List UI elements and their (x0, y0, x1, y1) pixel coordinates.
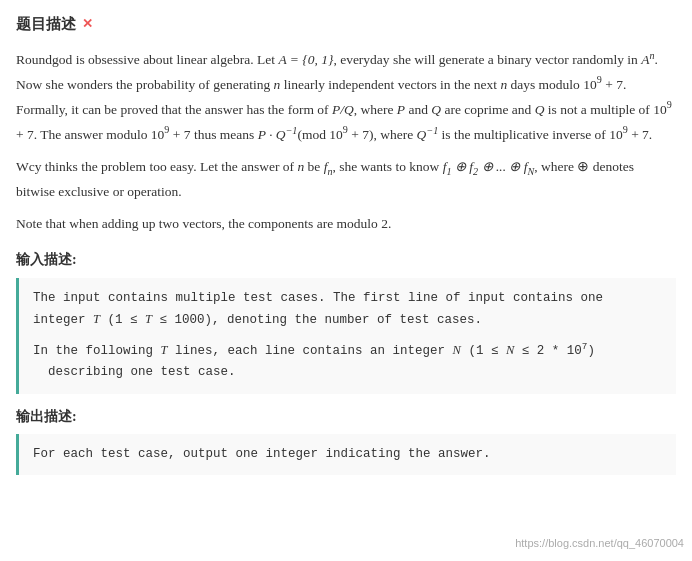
problem-p3: Note that when adding up two vectors, th… (16, 212, 676, 236)
input-para2: In the following T lines, each line cont… (33, 339, 662, 384)
problem-p1: Roundgod is obsessive about linear algeb… (16, 46, 676, 147)
input-line4: describing one test case. (33, 365, 236, 379)
output-label: 输出描述: (16, 406, 676, 428)
input-line1: The input contains multiple test cases. … (33, 291, 603, 305)
problem-description: Roundgod is obsessive about linear algeb… (16, 46, 676, 235)
input-line3: In the following T lines, each line cont… (33, 344, 595, 358)
output-para1: For each test case, output one integer i… (33, 444, 662, 465)
close-icon[interactable]: ✕ (82, 14, 93, 35)
input-para1: The input contains multiple test cases. … (33, 288, 662, 332)
problem-p2: Wcy thinks the problem too easy. Let the… (16, 155, 676, 204)
input-label: 输入描述: (16, 249, 676, 271)
watermark: https://blog.csdn.net/qq_46070004 (515, 535, 684, 553)
page-title: 题目描述 (16, 12, 76, 36)
output-block: For each test case, output one integer i… (16, 434, 676, 475)
output-line1: For each test case, output one integer i… (33, 447, 491, 461)
input-line2: integer T (1 ≤ T ≤ 1000), denoting the n… (33, 313, 482, 327)
input-block: The input contains multiple test cases. … (16, 278, 676, 394)
